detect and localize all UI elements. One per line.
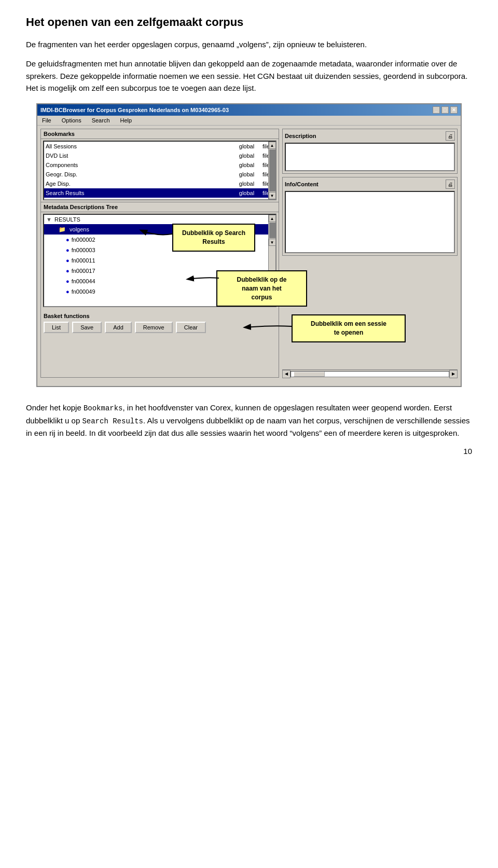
info-content-area [285, 191, 455, 253]
bookmark-row-age-disp[interactable]: Age Disp. global file [44, 179, 275, 188]
description-box: Description 🖨 [282, 129, 458, 174]
callout-search-results-text: Dubbelklik op SearchResults [182, 229, 245, 245]
callout-open-session: Dubbelklik om een sessiete openen [292, 314, 406, 342]
hscroll-right-arrow[interactable]: ▶ [449, 370, 458, 378]
left-panel: Bookmarks All Sessions global file DVD L… [40, 129, 279, 378]
page-number: 10 [26, 447, 472, 456]
callout-corpus-name: Dubbelklik op denaam van hetcorpus [216, 270, 307, 307]
info-content-print-icon[interactable]: 🖨 [446, 180, 455, 189]
tree-child-label-fn000011: fn000011 [72, 256, 95, 265]
circle-icon-fn000044: ● [66, 277, 70, 285]
paragraph-2: De geluidsfragmenten met hun annotatie b… [26, 58, 472, 94]
callout-corpus-name-text: Dubbelklik op denaam van hetcorpus [237, 276, 286, 301]
hscroll-left-arrow[interactable]: ◀ [282, 370, 290, 378]
titlebar-buttons: _ □ ✕ [433, 106, 458, 114]
callout-open-session-text: Dubbelklik om een sessiete openen [311, 320, 386, 336]
info-content-header: Info/Content 🖨 [285, 180, 455, 189]
bookmarks-header: Bookmarks [41, 129, 279, 139]
callout-arrow-1 [136, 211, 177, 242]
maximize-button[interactable]: □ [441, 106, 449, 114]
menubar: File Options Search Help [37, 116, 461, 126]
titlebar: IMDI-BCBrowser for Corpus Gesproken Nede… [37, 104, 461, 116]
circle-icon-fn000049: ● [66, 287, 70, 296]
tree-node-label-volgens: volgens [70, 226, 89, 232]
menu-file[interactable]: File [40, 117, 53, 124]
basket-add-button[interactable]: Add [105, 322, 132, 333]
scroll-thumb[interactable] [269, 149, 275, 191]
close-button[interactable]: ✕ [450, 106, 458, 114]
tree-child-label-fn000003: fn000003 [72, 246, 95, 254]
menu-search[interactable]: Search [90, 117, 112, 124]
bookmark-row-components[interactable]: Components global file [44, 160, 275, 170]
scroll-down-arrow[interactable]: ▼ [269, 192, 276, 199]
callout-arrow-2 [183, 268, 224, 288]
basket-save-button[interactable]: Save [72, 322, 102, 333]
footer-paragraph: Onder het kopje Bookmarks, in het hoofdv… [26, 402, 472, 439]
bookmark-row-search-results[interactable]: Search Results global file [44, 188, 275, 198]
bookmark-row-all-sessions[interactable]: All Sessions global file [44, 142, 275, 151]
tree-child-label-fn000017: fn000017 [72, 267, 95, 275]
bookmark-row-geogr-disp[interactable]: Geogr. Disp. global file [44, 170, 275, 179]
description-print-icon[interactable]: 🖨 [446, 131, 455, 141]
page-title: Het openen van een zelfgemaakt corpus [26, 16, 472, 29]
search-results-code: Search Results [82, 417, 143, 425]
folder-icon: 📁 [59, 226, 66, 232]
circle-icon-fn000002: ● [66, 236, 70, 244]
expand-icon[interactable]: ▼ [46, 216, 52, 223]
basket-remove-button[interactable]: Remove [135, 322, 173, 333]
hscrollbar[interactable]: ◀ ▶ [282, 369, 458, 378]
callout-arrow-3 [240, 317, 297, 335]
bookmarks-inner: All Sessions global file DVD List global… [44, 142, 275, 200]
bookmarks-scrollbar[interactable]: ▲ ▼ [268, 142, 275, 199]
bookmark-row-dvd-list[interactable]: DVD List global file [44, 151, 275, 160]
tree-scroll-up[interactable]: ▲ [269, 215, 276, 222]
description-box-header: Description 🖨 [285, 131, 455, 141]
paragraph-1: De fragmenten van het eerder opgeslagen … [26, 38, 472, 50]
info-content-title: Info/Content [285, 181, 319, 187]
tree-child-label-fn000044: fn000044 [72, 277, 95, 285]
tree-child-label-fn000002: fn000002 [72, 236, 95, 244]
circle-icon-fn000017: ● [66, 267, 70, 275]
menu-help[interactable]: Help [119, 117, 134, 124]
window-title: IMDI-BCBrowser for Corpus Gesproken Nede… [40, 107, 229, 113]
description-content [285, 143, 455, 171]
screenshot-window: IMDI-BCBrowser for Corpus Gesproken Nede… [36, 103, 462, 387]
tree-child-label-fn000049: fn000049 [72, 287, 95, 296]
callout-search-results: Dubbelklik op SearchResults [172, 224, 255, 252]
hscroll-thumb[interactable] [294, 371, 325, 377]
hscrollbar-container: ◀ ▶ [282, 367, 458, 378]
hscroll-track [290, 371, 449, 377]
tree-scroll-thumb[interactable] [269, 223, 275, 238]
description-title: Description [285, 133, 316, 139]
tree-scroll-down[interactable]: ▼ [269, 239, 276, 246]
basket-list-button[interactable]: List [44, 322, 69, 333]
bookmarks-list: All Sessions global file DVD List global… [43, 141, 276, 200]
bookmarks-code: Bookmarks [84, 404, 123, 412]
tree-root-label: RESULTS [54, 216, 80, 223]
basket-clear-button[interactable]: Clear [176, 322, 206, 333]
circle-icon-fn000003: ● [66, 246, 70, 254]
minimize-button[interactable]: _ [433, 106, 440, 114]
tree-child-fn000011[interactable]: ● fn000011 [44, 255, 275, 266]
menu-options[interactable]: Options [60, 117, 83, 124]
scroll-up-arrow[interactable]: ▲ [269, 142, 276, 149]
info-content-box: Info/Content 🖨 [282, 177, 458, 256]
bookmark-row-283[interactable]: 283 personal file [44, 198, 275, 200]
circle-icon-fn000011: ● [66, 256, 70, 265]
